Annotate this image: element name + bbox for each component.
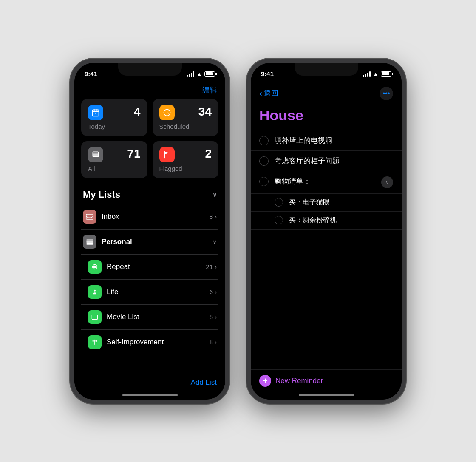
new-reminder-button[interactable]: + New Reminder — [259, 375, 393, 387]
life-label: Life — [107, 288, 204, 296]
inbox-label: Inbox — [102, 213, 204, 221]
summary-grid: 4 4 Today — [74, 99, 225, 185]
more-button[interactable]: ••• — [380, 87, 393, 100]
sub-reminder-item-2[interactable]: 买：厨余粉碎机 — [251, 212, 402, 230]
flagged-label: Flagged — [159, 165, 212, 172]
phone-2-content: ‹ 返回 ••• House 填补墙上的电视洞 考虑客厅的柜子问题 购物 — [251, 82, 402, 391]
sub-text-2: 买：厨余粉碎机 — [289, 216, 337, 225]
repeat-chevron: › — [215, 263, 217, 270]
home-indicator-1 — [122, 394, 178, 396]
repeat-label: Repeat — [107, 263, 201, 271]
battery-fill-2 — [382, 72, 389, 75]
status-bar-1: 9:41 ▲ — [74, 63, 225, 82]
reminder-circle-3 — [259, 177, 269, 186]
wifi-icon-2: ▲ — [373, 71, 378, 77]
reminder-circle-2 — [259, 156, 269, 166]
svg-point-16 — [94, 265, 96, 268]
phone-1-content: 编辑 4 — [74, 82, 225, 391]
svg-rect-9 — [93, 154, 98, 156]
scheduled-count: 34 — [198, 105, 212, 119]
list-item-movie[interactable]: Movie List 8 › — [81, 305, 218, 330]
scheduled-label: Scheduled — [159, 123, 212, 130]
self-improvement-icon — [88, 335, 102, 349]
status-bar-2: 9:41 ▲ — [251, 63, 402, 82]
inbox-chevron: › — [215, 213, 217, 220]
svg-point-26 — [96, 340, 97, 341]
phone-2: 9:41 ▲ ‹ 返回 — [246, 59, 406, 404]
new-reminder-label: New Reminder — [275, 377, 323, 385]
edit-button[interactable]: 编辑 — [202, 85, 217, 95]
inbox-count: 8 — [210, 213, 213, 220]
life-count: 6 — [210, 288, 213, 295]
expand-chevron-btn[interactable]: ∨ — [381, 176, 393, 188]
wifi-icon: ▲ — [197, 71, 202, 77]
signal-icon-2 — [363, 71, 371, 77]
flagged-count: 2 — [205, 147, 212, 161]
signal-icon — [187, 71, 194, 77]
sub-circle-2 — [275, 216, 283, 224]
expand-icon: ∨ — [385, 179, 389, 185]
personal-chevron: ∨ — [212, 238, 217, 245]
back-button[interactable]: ‹ 返回 — [259, 88, 278, 98]
status-icons-2: ▲ — [363, 71, 391, 77]
house-title: House — [251, 104, 402, 130]
repeat-count: 21 — [206, 263, 213, 270]
sub-circle-1 — [275, 198, 283, 207]
life-count-chevron: 6 › — [210, 288, 217, 295]
reminders-header: 编辑 — [74, 82, 225, 99]
svg-point-18 — [94, 289, 96, 291]
status-time-1: 9:41 — [85, 70, 97, 77]
self-chevron: › — [215, 338, 217, 346]
scheduled-card[interactable]: 34 Scheduled — [153, 99, 219, 136]
reminder-item-2[interactable]: 考虑客厅的柜子问题 — [251, 151, 402, 171]
svg-line-7 — [167, 113, 168, 113]
movie-icon — [88, 310, 102, 324]
my-lists-header: My Lists ∨ — [81, 185, 218, 204]
self-improvement-label: Self-Improvement — [107, 338, 204, 346]
today-card[interactable]: 4 4 Today — [81, 99, 147, 136]
battery-icon — [204, 71, 215, 77]
sub-text-1: 买：电子猫眼 — [289, 198, 330, 207]
repeat-count-chevron: 21 › — [206, 263, 217, 270]
list-item-life[interactable]: Life 6 › — [81, 280, 218, 305]
all-card-header: 71 — [88, 147, 141, 162]
personal-icon — [83, 235, 96, 249]
all-icon — [88, 147, 103, 162]
flagged-card-header: 2 — [159, 147, 212, 162]
movie-count: 8 — [210, 313, 213, 320]
my-lists-title: My Lists — [83, 189, 120, 200]
today-card-header: 4 4 — [88, 105, 141, 120]
movie-chevron: › — [215, 313, 217, 320]
status-icons-1: ▲ — [187, 71, 215, 77]
new-reminder-plus-icon: + — [259, 375, 271, 387]
scheduled-icon — [159, 105, 175, 120]
flagged-card[interactable]: 2 Flagged — [153, 141, 219, 178]
reminder-text-1: 填补墙上的电视洞 — [275, 136, 393, 145]
battery-fill — [206, 72, 213, 75]
all-card[interactable]: 71 All — [81, 141, 147, 178]
reminder-text-2: 考虑客厅的柜子问题 — [275, 156, 393, 166]
list-item-repeat[interactable]: Repeat 21 › — [81, 255, 218, 280]
repeat-icon — [88, 260, 102, 274]
home-indicator-2 — [299, 394, 354, 396]
flagged-icon — [159, 147, 175, 162]
today-label: Today — [88, 123, 141, 130]
personal-label: Personal — [102, 238, 207, 246]
reminder-circle-1 — [259, 136, 269, 145]
list-item-inbox[interactable]: Inbox 8 › — [81, 204, 218, 230]
list-item-self[interactable]: Self-Improvement 8 › — [81, 330, 218, 354]
movie-count-chevron: 8 › — [210, 313, 217, 320]
personal-group[interactable]: Personal ∨ — [81, 230, 218, 255]
inbox-icon — [83, 210, 96, 224]
my-lists-chevron: ∨ — [212, 191, 217, 198]
today-icon: 4 — [88, 105, 103, 120]
svg-rect-15 — [87, 243, 93, 245]
add-list-button[interactable]: Add List — [191, 378, 217, 387]
my-lists-section: My Lists ∨ Inbox 8 › — [74, 185, 225, 354]
reminder-item-1[interactable]: 填补墙上的电视洞 — [251, 130, 402, 151]
back-label: 返回 — [264, 88, 278, 98]
reminder-item-3[interactable]: 购物清单： ∨ — [251, 171, 402, 194]
sub-reminder-item-1[interactable]: 买：电子猫眼 — [251, 194, 402, 212]
all-count: 71 — [127, 147, 140, 161]
svg-text:4: 4 — [95, 113, 96, 115]
